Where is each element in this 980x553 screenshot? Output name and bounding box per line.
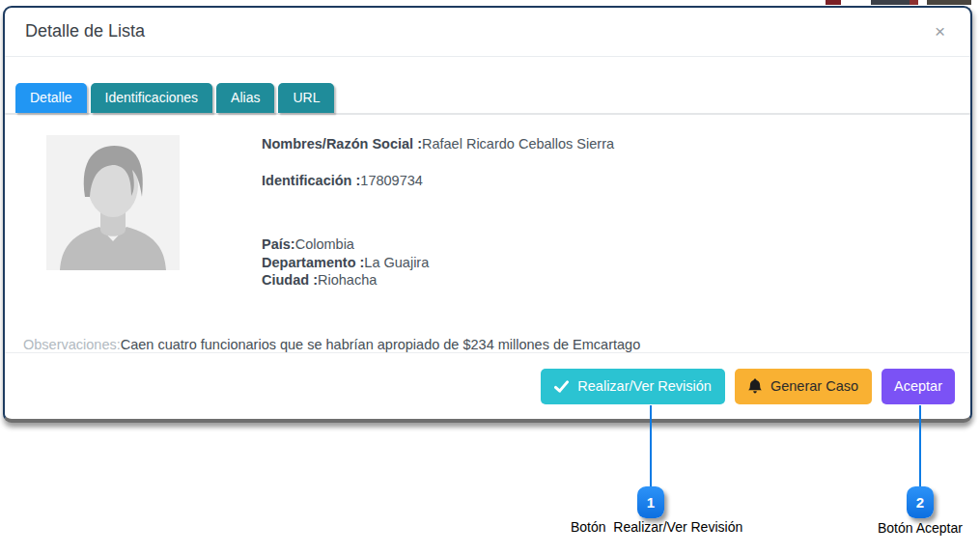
modal-title: Detalle de Lista <box>25 21 145 41</box>
field-value: 17809734 <box>360 173 423 188</box>
field-pais: País:Colombia <box>262 235 614 254</box>
field-label: Nombres/Razón Social : <box>262 136 422 152</box>
person-info: Nombres/Razón Social :Rafael Ricardo Ceb… <box>262 135 614 290</box>
callout-connector-line <box>919 405 921 488</box>
callout-connector-line <box>650 405 652 488</box>
realizar-ver-revision-button[interactable]: Realizar/Ver Revisión <box>541 369 725 404</box>
callout-badge-1: 1 <box>637 486 664 518</box>
button-label: Generar Caso <box>770 378 858 394</box>
field-value: Rafael Ricardo Ceballos Sierra <box>422 136 614 152</box>
field-identificacion: Identificación :17809734 <box>262 173 614 188</box>
field-value: Colombia <box>295 236 354 252</box>
tab-bar: Detalle Identificaciones Alias URL <box>5 83 970 115</box>
callout-badge-2: 2 <box>907 486 934 518</box>
field-value: Riohacha <box>318 272 377 288</box>
observaciones: Observaciones:Caen cuatro funcionarios q… <box>5 337 970 352</box>
observaciones-label: Observaciones: <box>23 337 121 352</box>
modal-header: Detalle de Lista × <box>5 8 970 57</box>
field-label: País: <box>262 236 295 252</box>
field-label: Identificación : <box>262 173 360 188</box>
check-icon <box>554 380 569 393</box>
generar-caso-button[interactable]: Generar Caso <box>735 369 872 404</box>
background-artifact <box>927 0 971 5</box>
modal-footer: Realizar/Ver Revisión Generar Caso Acept… <box>5 352 970 419</box>
field-label: Ciudad : <box>262 272 318 288</box>
tab-alias[interactable]: Alias <box>216 83 274 113</box>
aceptar-button[interactable]: Aceptar <box>882 369 955 404</box>
tab-identificaciones[interactable]: Identificaciones <box>91 83 213 113</box>
close-icon[interactable]: × <box>935 8 945 55</box>
observaciones-value: Caen cuatro funcionarios que se habrían … <box>121 337 640 352</box>
button-label: Aceptar <box>894 378 942 394</box>
field-nombres: Nombres/Razón Social :Rafael Ricardo Ceb… <box>262 136 614 152</box>
field-label: Departamento : <box>262 255 364 270</box>
tab-url[interactable]: URL <box>278 83 334 113</box>
field-departamento: Departamento :La Guajira <box>262 254 614 272</box>
detalle-de-lista-modal: Detalle de Lista × Detalle Identificacio… <box>3 6 972 423</box>
location-fields: País:Colombia Departamento :La Guajira C… <box>262 235 614 290</box>
field-ciudad: Ciudad :Riohacha <box>262 271 614 290</box>
field-value: La Guajira <box>364 255 429 270</box>
background-artifact <box>910 0 918 5</box>
callout-label-aceptar: Botón Aceptar <box>878 520 963 536</box>
callout-label-realizar: Botón Realizar/Ver Revisión <box>571 519 742 535</box>
bell-icon <box>748 378 762 394</box>
button-label: Realizar/Ver Revisión <box>577 378 712 394</box>
detail-section: Nombres/Razón Social :Rafael Ricardo Ceb… <box>5 115 970 290</box>
avatar <box>46 135 180 270</box>
background-artifact <box>826 0 841 5</box>
tab-detalle[interactable]: Detalle <box>15 83 87 113</box>
person-placeholder-icon <box>46 135 180 270</box>
